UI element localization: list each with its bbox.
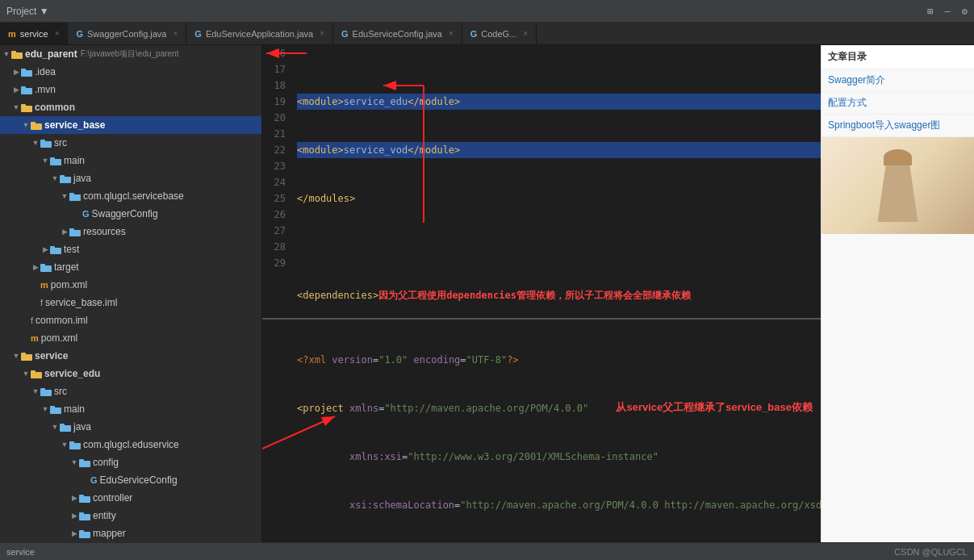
tab-eduserviceapp-close[interactable]: × bbox=[320, 29, 324, 38]
sidebar-java-1[interactable]: ▼ java bbox=[0, 169, 261, 187]
sidebar-common-pom[interactable]: ▶ m pom.xml bbox=[0, 329, 261, 347]
pkg-sb-label: com.qlugcl.servicebase bbox=[83, 190, 184, 202]
res1-label: resources bbox=[83, 226, 126, 237]
sidebar-pkg-eduservice[interactable]: ▼ com.qlugcl.eduservice bbox=[0, 436, 261, 453]
editor-top-code[interactable]: 16 17 18 19 20 21 22 23 24 25 26 27 28 2… bbox=[262, 45, 821, 318]
sidebar-main-2[interactable]: ▼ main bbox=[0, 400, 261, 418]
svg-rect-1 bbox=[11, 51, 16, 54]
tab-swaggerconfig-label: SwaggerConfig.java bbox=[87, 29, 166, 39]
code-bottom: <?xml version="1.0" encoding="UTF-8"?> <… bbox=[291, 320, 821, 542]
svg-rect-29 bbox=[40, 388, 45, 391]
root-folder-icon bbox=[11, 50, 23, 59]
sidebar-service[interactable]: ▼ service bbox=[0, 347, 261, 365]
idea-label: .idea bbox=[35, 66, 56, 77]
svg-rect-9 bbox=[31, 122, 36, 125]
sidebar: ▼ edu_parent F:\javaweb项目\edu_parent ▶ .… bbox=[0, 45, 262, 542]
sidebar-src-2[interactable]: ▼ src bbox=[0, 382, 261, 400]
code-line-16: <module>service_edu</module> bbox=[297, 94, 821, 110]
sidebar-iml-1[interactable]: ▶ f service_base.iml bbox=[0, 294, 261, 311]
service-arrow: ▼ bbox=[11, 352, 21, 360]
sidebar-common-iml[interactable]: ▶ f common.iml bbox=[0, 311, 261, 329]
main2-arrow: ▼ bbox=[40, 405, 50, 413]
right-panel-item-config[interactable]: 配置方式 bbox=[821, 92, 974, 115]
pkg-es-label: com.qlugcl.eduservice bbox=[83, 439, 179, 450]
svg-rect-23 bbox=[40, 264, 45, 267]
test1-folder-icon bbox=[50, 245, 61, 254]
code-top: <module>service_edu</module> <module>ser… bbox=[291, 45, 821, 318]
tab-eduserviceconfig-close[interactable]: × bbox=[449, 29, 454, 38]
editor-bottom-pane: <?xml version="1.0" encoding="UTF-8"?> <… bbox=[262, 320, 821, 542]
config-folder-icon bbox=[79, 458, 90, 467]
sidebar-java-2[interactable]: ▼ java bbox=[0, 418, 261, 436]
layout-icon[interactable]: ⊞ bbox=[927, 6, 933, 17]
gear-icon[interactable]: ⚙ bbox=[962, 6, 968, 17]
sidebar-pkg-servicebase[interactable]: ▼ com.qlugcl.servicebase bbox=[0, 187, 261, 205]
sidebar-pomxml-1[interactable]: ▶ m pom.xml bbox=[0, 276, 261, 294]
svg-rect-11 bbox=[40, 140, 45, 143]
mvn-arrow: ▶ bbox=[11, 86, 21, 94]
sidebar-test-1[interactable]: ▶ test bbox=[0, 240, 261, 258]
sidebar-resources-1[interactable]: ▶ resources bbox=[0, 223, 261, 240]
pkg-es-arrow: ▼ bbox=[60, 441, 69, 449]
mapper-folder-icon bbox=[79, 529, 90, 538]
sidebar-src-1[interactable]: ▼ src bbox=[0, 134, 261, 152]
java1-label: java bbox=[73, 173, 91, 184]
bottom-bar: service CSDN @QLUGCL bbox=[0, 542, 974, 560]
sidebar-swaggerconfig[interactable]: ▶ G SwaggerConfig bbox=[0, 205, 261, 223]
src1-label: src bbox=[54, 137, 67, 148]
right-panel-item-springboot[interactable]: Springboot导入swagger图 bbox=[821, 115, 974, 137]
tab-codeg[interactable]: G CodeG... × bbox=[462, 23, 537, 44]
sidebar-eduserviceconfig[interactable]: ▶ G EduServiceConfig bbox=[0, 471, 261, 489]
sidebar-root[interactable]: ▼ edu_parent F:\javaweb项目\edu_parent bbox=[0, 45, 261, 63]
esc-file-icon: G bbox=[90, 475, 98, 485]
main1-label: main bbox=[64, 155, 85, 166]
sidebar-target[interactable]: ▶ target bbox=[0, 258, 261, 276]
sidebar-service-edu[interactable]: ▼ service_edu bbox=[0, 365, 261, 382]
tab-eduserviceapp[interactable]: G EduServiceApplication.java × bbox=[186, 23, 333, 44]
tab-eduserviceconfig-label: EduServiceConfig.java bbox=[353, 29, 442, 39]
svg-rect-41 bbox=[79, 512, 84, 516]
root-path: F:\javaweb项目\edu_parent bbox=[81, 48, 179, 60]
tab-service[interactable]: m service × bbox=[0, 23, 68, 44]
tab-swaggerconfig-close[interactable]: × bbox=[173, 29, 178, 38]
csdn-label: CSDN @QLUGCL bbox=[894, 547, 968, 557]
right-panel-item-swagger[interactable]: Swagger简介 bbox=[821, 69, 974, 92]
tab-eduserviceapp-label: EduServiceApplication.java bbox=[206, 29, 313, 39]
sidebar-idea[interactable]: ▶ .idea bbox=[0, 63, 261, 81]
sidebar-config[interactable]: ▼ config bbox=[0, 453, 261, 471]
common-arrow: ▼ bbox=[11, 103, 21, 111]
editor-bottom-code[interactable]: <?xml version="1.0" encoding="UTF-8"?> <… bbox=[262, 320, 821, 542]
tab-swaggerconfig[interactable]: G SwaggerConfig.java × bbox=[68, 23, 186, 44]
sidebar-controller[interactable]: ▶ controller bbox=[0, 489, 261, 507]
idea-folder-icon bbox=[21, 68, 32, 77]
swaggerconfig-file-icon: G bbox=[82, 209, 90, 219]
pkg-sb-folder-icon bbox=[69, 192, 81, 201]
main1-arrow: ▼ bbox=[40, 157, 50, 165]
ctrl-arrow: ▶ bbox=[69, 494, 79, 502]
minus-icon[interactable]: – bbox=[945, 6, 951, 17]
common-label: common bbox=[35, 102, 75, 113]
entity-folder-icon bbox=[79, 512, 90, 520]
main2-folder-icon bbox=[50, 405, 61, 414]
svg-rect-15 bbox=[60, 175, 65, 178]
target-arrow: ▶ bbox=[31, 263, 40, 271]
tab-service-label: service bbox=[20, 29, 48, 39]
sidebar-service-base[interactable]: ▼ service_base bbox=[0, 116, 261, 134]
code-bot-4: xsi:schemaLocation="http://maven.apache.… bbox=[297, 497, 821, 513]
idea-arrow: ▶ bbox=[11, 68, 21, 76]
tab-codeg-close[interactable]: × bbox=[523, 29, 528, 38]
service-folder-icon bbox=[21, 352, 32, 361]
sidebar-mapper[interactable]: ▶ mapper bbox=[0, 524, 261, 542]
sidebar-entity[interactable]: ▶ entity bbox=[0, 507, 261, 524]
java2-label: java bbox=[73, 421, 91, 433]
tab-service-close[interactable]: × bbox=[55, 29, 60, 38]
tab-eduserviceconfig[interactable]: G EduServiceConfig.java × bbox=[333, 23, 462, 44]
sidebar-main-1[interactable]: ▼ main bbox=[0, 152, 261, 169]
top-bar: Project ▼ ⊞ – ⚙ bbox=[0, 0, 974, 23]
project-title[interactable]: Project ▼ bbox=[6, 6, 49, 17]
sidebar-common[interactable]: ▼ common bbox=[0, 98, 261, 116]
mvn-folder-icon bbox=[21, 86, 32, 94]
sidebar-mvn[interactable]: ▶ .mvn bbox=[0, 81, 261, 98]
code-line-18: </modules> bbox=[297, 190, 821, 207]
svg-rect-13 bbox=[50, 157, 55, 161]
